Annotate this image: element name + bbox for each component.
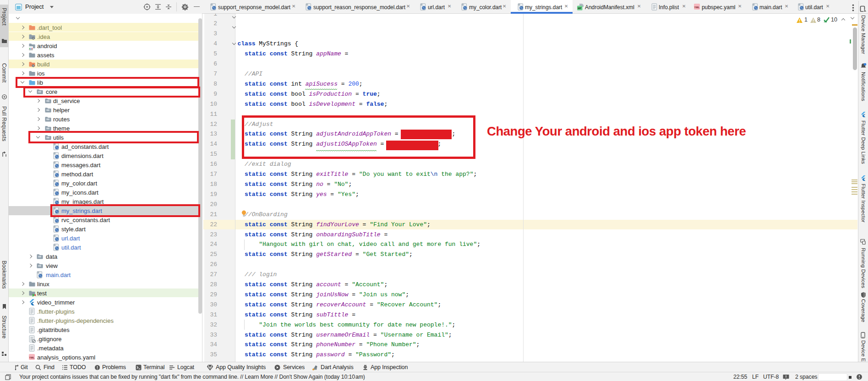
svg-text:MF: MF bbox=[578, 7, 582, 10]
